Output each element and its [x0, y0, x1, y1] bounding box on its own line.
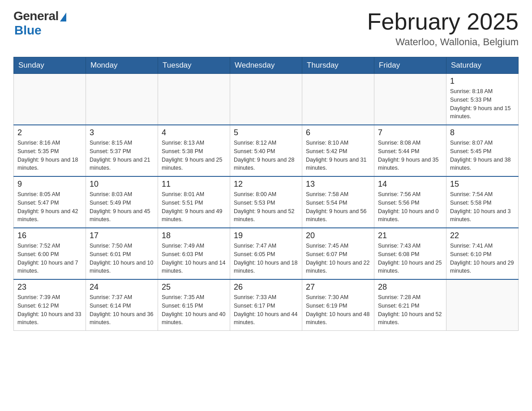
weekday-header: Monday [86, 57, 158, 74]
calendar-cell: 4Sunrise: 8:13 AM Sunset: 5:38 PM Daylig… [158, 125, 230, 176]
calendar-cell: 14Sunrise: 7:56 AM Sunset: 5:56 PM Dayli… [374, 176, 446, 228]
calendar-cell: 23Sunrise: 7:39 AM Sunset: 6:12 PM Dayli… [14, 279, 86, 331]
day-number: 15 [450, 180, 515, 189]
calendar-cell: 2Sunrise: 8:16 AM Sunset: 5:35 PM Daylig… [14, 125, 86, 176]
day-info: Sunrise: 8:12 AM Sunset: 5:40 PM Dayligh… [234, 139, 298, 172]
logo-blue-text: Blue [14, 23, 42, 38]
day-info: Sunrise: 7:50 AM Sunset: 6:01 PM Dayligh… [90, 242, 154, 275]
day-info: Sunrise: 8:08 AM Sunset: 5:44 PM Dayligh… [378, 139, 442, 172]
day-info: Sunrise: 7:56 AM Sunset: 5:56 PM Dayligh… [378, 190, 442, 224]
day-info: Sunrise: 7:28 AM Sunset: 6:21 PM Dayligh… [378, 293, 442, 327]
calendar-cell: 22Sunrise: 7:41 AM Sunset: 6:10 PM Dayli… [446, 228, 519, 279]
day-info: Sunrise: 8:16 AM Sunset: 5:35 PM Dayligh… [17, 139, 82, 172]
calendar-table: SundayMondayTuesdayWednesdayThursdayFrid… [13, 57, 519, 331]
day-number: 21 [378, 231, 442, 240]
weekday-header: Saturday [446, 57, 519, 74]
day-info: Sunrise: 8:03 AM Sunset: 5:49 PM Dayligh… [90, 190, 154, 224]
calendar-cell: 27Sunrise: 7:30 AM Sunset: 6:19 PM Dayli… [302, 279, 374, 331]
day-info: Sunrise: 7:47 AM Sunset: 6:05 PM Dayligh… [234, 242, 298, 275]
title-section: February 2025 Waterloo, Wallonia, Belgiu… [367, 9, 519, 48]
day-number: 13 [306, 180, 370, 189]
day-number: 27 [306, 283, 370, 292]
day-number: 24 [90, 283, 154, 292]
day-number: 1 [450, 77, 515, 86]
calendar-week-row: 23Sunrise: 7:39 AM Sunset: 6:12 PM Dayli… [14, 279, 519, 331]
day-number: 25 [162, 283, 226, 292]
calendar-cell [86, 74, 158, 125]
day-number: 26 [234, 283, 298, 292]
calendar-cell: 11Sunrise: 8:01 AM Sunset: 5:51 PM Dayli… [158, 176, 230, 228]
day-number: 7 [378, 128, 442, 137]
calendar-week-row: 9Sunrise: 8:05 AM Sunset: 5:47 PM Daylig… [14, 176, 519, 228]
calendar-cell: 6Sunrise: 8:10 AM Sunset: 5:42 PM Daylig… [302, 125, 374, 176]
day-number: 28 [378, 283, 442, 292]
calendar-cell: 8Sunrise: 8:07 AM Sunset: 5:45 PM Daylig… [446, 125, 519, 176]
day-number: 19 [234, 231, 298, 240]
calendar-cell [374, 74, 446, 125]
calendar-cell: 24Sunrise: 7:37 AM Sunset: 6:14 PM Dayli… [86, 279, 158, 331]
day-number: 16 [17, 231, 82, 240]
calendar-cell: 21Sunrise: 7:43 AM Sunset: 6:08 PM Dayli… [374, 228, 446, 279]
day-info: Sunrise: 7:52 AM Sunset: 6:00 PM Dayligh… [17, 242, 82, 275]
calendar-cell [446, 279, 519, 331]
weekday-header: Sunday [14, 57, 86, 74]
day-info: Sunrise: 8:13 AM Sunset: 5:38 PM Dayligh… [162, 139, 226, 172]
day-number: 20 [306, 231, 370, 240]
calendar-cell: 16Sunrise: 7:52 AM Sunset: 6:00 PM Dayli… [14, 228, 86, 279]
day-info: Sunrise: 8:00 AM Sunset: 5:53 PM Dayligh… [234, 190, 298, 224]
day-info: Sunrise: 7:49 AM Sunset: 6:03 PM Dayligh… [162, 242, 226, 275]
day-number: 8 [450, 128, 515, 137]
calendar-cell: 13Sunrise: 7:58 AM Sunset: 5:54 PM Dayli… [302, 176, 374, 228]
calendar-cell: 25Sunrise: 7:35 AM Sunset: 6:15 PM Dayli… [158, 279, 230, 331]
day-number: 6 [306, 128, 370, 137]
calendar-week-row: 2Sunrise: 8:16 AM Sunset: 5:35 PM Daylig… [14, 125, 519, 176]
calendar-cell: 3Sunrise: 8:15 AM Sunset: 5:37 PM Daylig… [86, 125, 158, 176]
day-number: 5 [234, 128, 298, 137]
calendar-cell [158, 74, 230, 125]
day-number: 2 [17, 128, 82, 137]
calendar-cell [230, 74, 302, 125]
day-info: Sunrise: 7:41 AM Sunset: 6:10 PM Dayligh… [450, 242, 515, 275]
weekday-header: Thursday [302, 57, 374, 74]
day-info: Sunrise: 8:07 AM Sunset: 5:45 PM Dayligh… [450, 139, 515, 172]
calendar-cell: 7Sunrise: 8:08 AM Sunset: 5:44 PM Daylig… [374, 125, 446, 176]
day-number: 10 [90, 180, 154, 189]
calendar-cell [302, 74, 374, 125]
weekday-header-row: SundayMondayTuesdayWednesdayThursdayFrid… [14, 57, 519, 74]
calendar-cell: 12Sunrise: 8:00 AM Sunset: 5:53 PM Dayli… [230, 176, 302, 228]
logo-general-text: General [13, 9, 59, 23]
day-number: 14 [378, 180, 442, 189]
day-info: Sunrise: 7:45 AM Sunset: 6:07 PM Dayligh… [306, 242, 370, 275]
weekday-header: Tuesday [158, 57, 230, 74]
weekday-header: Friday [374, 57, 446, 74]
calendar-cell: 28Sunrise: 7:28 AM Sunset: 6:21 PM Dayli… [374, 279, 446, 331]
location: Waterloo, Wallonia, Belgium [367, 36, 519, 48]
day-info: Sunrise: 7:39 AM Sunset: 6:12 PM Dayligh… [17, 293, 82, 327]
calendar-cell: 9Sunrise: 8:05 AM Sunset: 5:47 PM Daylig… [14, 176, 86, 228]
calendar-cell: 5Sunrise: 8:12 AM Sunset: 5:40 PM Daylig… [230, 125, 302, 176]
day-info: Sunrise: 7:33 AM Sunset: 6:17 PM Dayligh… [234, 293, 298, 327]
calendar-cell: 15Sunrise: 7:54 AM Sunset: 5:58 PM Dayli… [446, 176, 519, 228]
weekday-header: Wednesday [230, 57, 302, 74]
calendar-cell [14, 74, 86, 125]
day-info: Sunrise: 7:58 AM Sunset: 5:54 PM Dayligh… [306, 190, 370, 224]
day-number: 11 [162, 180, 226, 189]
calendar-cell: 26Sunrise: 7:33 AM Sunset: 6:17 PM Dayli… [230, 279, 302, 331]
calendar-cell: 17Sunrise: 7:50 AM Sunset: 6:01 PM Dayli… [86, 228, 158, 279]
calendar-week-row: 16Sunrise: 7:52 AM Sunset: 6:00 PM Dayli… [14, 228, 519, 279]
calendar-cell: 10Sunrise: 8:03 AM Sunset: 5:49 PM Dayli… [86, 176, 158, 228]
calendar-cell: 18Sunrise: 7:49 AM Sunset: 6:03 PM Dayli… [158, 228, 230, 279]
day-info: Sunrise: 7:37 AM Sunset: 6:14 PM Dayligh… [90, 293, 154, 327]
calendar-week-row: 1Sunrise: 8:18 AM Sunset: 5:33 PM Daylig… [14, 74, 519, 125]
day-number: 18 [162, 231, 226, 240]
calendar-cell: 19Sunrise: 7:47 AM Sunset: 6:05 PM Dayli… [230, 228, 302, 279]
day-info: Sunrise: 7:54 AM Sunset: 5:58 PM Dayligh… [450, 190, 515, 224]
calendar-cell: 1Sunrise: 8:18 AM Sunset: 5:33 PM Daylig… [446, 74, 519, 125]
page-header: General Blue February 2025 Waterloo, Wal… [13, 9, 519, 48]
day-number: 17 [90, 231, 154, 240]
day-info: Sunrise: 7:43 AM Sunset: 6:08 PM Dayligh… [378, 242, 442, 275]
day-number: 3 [90, 128, 154, 137]
calendar-cell: 20Sunrise: 7:45 AM Sunset: 6:07 PM Dayli… [302, 228, 374, 279]
day-info: Sunrise: 7:35 AM Sunset: 6:15 PM Dayligh… [162, 293, 226, 327]
day-info: Sunrise: 8:01 AM Sunset: 5:51 PM Dayligh… [162, 190, 226, 224]
